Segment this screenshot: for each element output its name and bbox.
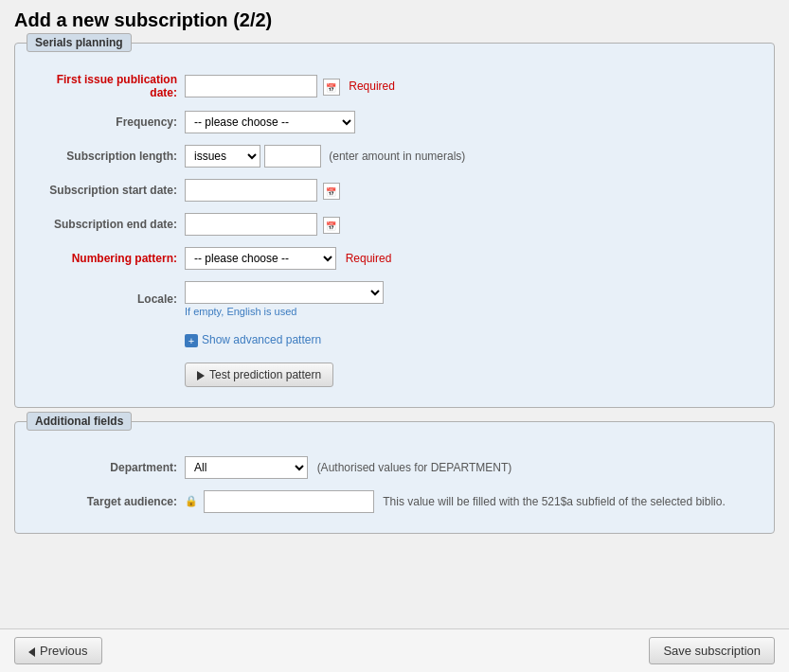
advanced-pattern-row: +Show advanced pattern bbox=[29, 323, 760, 353]
frequency-label: Frequency: bbox=[29, 105, 181, 139]
subscription-end-input[interactable] bbox=[185, 213, 317, 236]
additional-fields-form: Department: All (Authorised values for D… bbox=[29, 451, 760, 519]
subscription-length-amount-input[interactable] bbox=[264, 145, 321, 168]
subscription-end-row: Subscription end date: 📅 bbox=[29, 207, 760, 241]
serials-planning-legend: Serials planning bbox=[27, 33, 132, 52]
first-issue-input[interactable] bbox=[185, 75, 317, 97]
department-label: Department: bbox=[29, 451, 181, 485]
subscription-start-calendar-icon[interactable]: 📅 bbox=[323, 183, 340, 200]
lock-icon: 🔒 bbox=[185, 495, 198, 508]
department-select[interactable]: All bbox=[185, 456, 308, 479]
subscription-end-calendar-icon[interactable]: 📅 bbox=[323, 217, 340, 234]
first-issue-input-cell: 📅 Required bbox=[181, 67, 760, 105]
play-icon bbox=[197, 371, 205, 380]
subscription-length-hint: (enter amount in numerals) bbox=[329, 150, 465, 163]
locale-select[interactable]: English French German bbox=[185, 281, 384, 304]
subscription-length-cell: issues weeks months (enter amount in num… bbox=[181, 139, 760, 173]
advanced-pattern-link[interactable]: +Show advanced pattern bbox=[185, 333, 321, 346]
serials-planning-section: Serials planning First issue publication… bbox=[14, 43, 775, 408]
arrow-left-icon bbox=[28, 647, 35, 657]
locale-hint: If empty, English is used bbox=[185, 306, 756, 317]
subscription-end-cell: 📅 bbox=[181, 207, 760, 241]
subscription-start-row: Subscription start date: 📅 bbox=[29, 173, 760, 207]
numbering-pattern-required: Required bbox=[346, 252, 392, 265]
subscription-start-cell: 📅 bbox=[181, 173, 760, 207]
department-hint: (Authorised values for DEPARTMENT) bbox=[317, 461, 512, 474]
additional-fields-legend: Additional fields bbox=[27, 412, 132, 431]
first-issue-label: First issue publication date: bbox=[29, 67, 181, 105]
subscription-length-unit-select[interactable]: issues weeks months bbox=[185, 145, 260, 168]
plus-icon: + bbox=[185, 334, 198, 347]
subscription-end-label: Subscription end date: bbox=[29, 207, 181, 241]
footer-bar: Previous Save subscription bbox=[0, 628, 789, 672]
locale-label: Locale: bbox=[29, 275, 181, 323]
subscription-length-label: Subscription length: bbox=[29, 139, 181, 173]
locale-cell: English French German If empty, English … bbox=[181, 275, 760, 323]
test-prediction-button[interactable]: Test prediction pattern bbox=[185, 363, 333, 387]
target-audience-hint: This value will be filled with the 521$a… bbox=[383, 495, 726, 508]
target-audience-label: Target audience: bbox=[29, 485, 181, 519]
subscription-start-label: Subscription start date: bbox=[29, 173, 181, 207]
first-issue-row: First issue publication date: 📅 Required bbox=[29, 67, 760, 105]
frequency-row: Frequency: -- please choose -- bbox=[29, 105, 760, 139]
additional-fields-section: Additional fields Department: All (Autho… bbox=[14, 421, 775, 534]
numbering-pattern-row: Numbering pattern: -- please choose -- R… bbox=[29, 241, 760, 275]
numbering-pattern-cell: -- please choose -- Required bbox=[181, 241, 760, 275]
numbering-pattern-select[interactable]: -- please choose -- bbox=[185, 247, 336, 270]
target-audience-input[interactable] bbox=[204, 490, 374, 513]
page-title: Add a new subscription (2/2) bbox=[14, 9, 775, 31]
previous-button[interactable]: Previous bbox=[14, 637, 102, 664]
target-audience-cell: 🔒 This value will be filled with the 521… bbox=[181, 485, 760, 519]
first-issue-calendar-icon[interactable]: 📅 bbox=[323, 79, 340, 96]
frequency-select[interactable]: -- please choose -- bbox=[185, 111, 355, 133]
serials-planning-form: First issue publication date: 📅 Required… bbox=[29, 67, 760, 393]
department-row: Department: All (Authorised values for D… bbox=[29, 451, 760, 485]
first-issue-required: Required bbox=[349, 80, 395, 93]
frequency-input-cell: -- please choose -- bbox=[181, 105, 760, 139]
target-audience-row: Target audience: 🔒 This value will be fi… bbox=[29, 485, 760, 519]
department-cell: All (Authorised values for DEPARTMENT) bbox=[181, 451, 760, 485]
subscription-start-input[interactable] bbox=[185, 179, 317, 202]
advanced-pattern-cell: +Show advanced pattern bbox=[181, 323, 760, 353]
test-prediction-cell: Test prediction pattern bbox=[181, 353, 760, 393]
numbering-pattern-label: Numbering pattern: bbox=[29, 241, 181, 275]
test-prediction-row: Test prediction pattern bbox=[29, 353, 760, 393]
locale-row: Locale: English French German If empty, … bbox=[29, 275, 760, 323]
subscription-length-row: Subscription length: issues weeks months… bbox=[29, 139, 760, 173]
save-subscription-button[interactable]: Save subscription bbox=[649, 637, 775, 664]
